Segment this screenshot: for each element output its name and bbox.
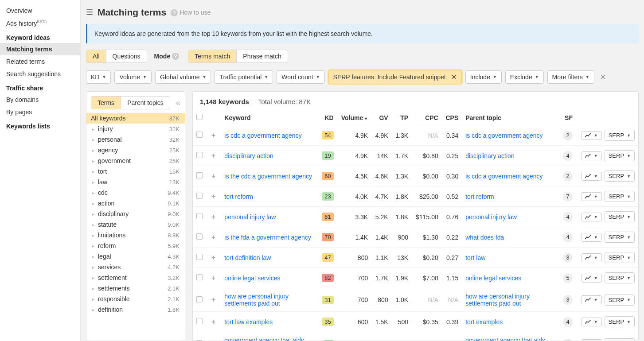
serp-button[interactable]: SERP ▼: [605, 170, 635, 182]
parent-topic-link[interactable]: how are personal injury settlements paid…: [465, 293, 554, 307]
col-tp[interactable]: TP: [392, 110, 412, 125]
sidebar-item-search-suggestions[interactable]: Search suggestions: [0, 68, 80, 80]
trend-button[interactable]: ▼: [581, 131, 602, 140]
sf-badge[interactable]: 4: [563, 232, 573, 242]
help-link[interactable]: ?How to use: [171, 9, 211, 16]
filter-traffic-potential[interactable]: Traffic potential▼: [215, 70, 273, 84]
expand-icon[interactable]: +: [211, 152, 215, 159]
row-checkbox[interactable]: [196, 172, 203, 178]
row-checkbox[interactable]: [196, 132, 203, 138]
parent-topic-link[interactable]: personal injury law: [465, 213, 517, 221]
row-checkbox[interactable]: [196, 193, 203, 199]
keyword-link[interactable]: tort law examples: [224, 318, 273, 326]
term-row[interactable]: ▸law13K: [86, 177, 185, 187]
filter-volume[interactable]: Volume▼: [114, 70, 152, 84]
expand-icon[interactable]: +: [211, 318, 215, 326]
parent-topic-link[interactable]: disciplinary action: [465, 152, 515, 159]
sf-badge[interactable]: 7: [563, 192, 573, 202]
serp-button[interactable]: SERP ▼: [605, 294, 635, 306]
hamburger-icon[interactable]: ☰: [86, 8, 93, 17]
expand-icon[interactable]: +: [211, 132, 215, 139]
clear-filters-icon[interactable]: ✕: [600, 72, 606, 82]
filter-more[interactable]: More filters▼: [547, 70, 594, 84]
col-keyword[interactable]: Keyword: [221, 110, 318, 125]
trend-button[interactable]: ▼: [581, 274, 602, 283]
row-checkbox[interactable]: [196, 340, 203, 341]
keyword-link[interactable]: personal injury law: [224, 213, 276, 221]
filter-word-count[interactable]: Word count▼: [277, 70, 324, 84]
term-row[interactable]: ▸injury32K: [86, 124, 185, 134]
expand-icon[interactable]: +: [211, 172, 215, 180]
parent-topic-link[interactable]: online legal services: [465, 275, 521, 282]
trend-button[interactable]: ▼: [581, 233, 602, 242]
trend-button[interactable]: ▼: [581, 151, 602, 160]
sidebar-item-by-pages[interactable]: By pages: [0, 106, 80, 118]
sidebar-item-matching-terms[interactable]: Matching terms: [0, 43, 80, 55]
sf-badge[interactable]: 3: [563, 295, 573, 305]
keyword-link[interactable]: how are personal injury settlements paid…: [224, 293, 313, 307]
keyword-link[interactable]: is cdc a government agency: [224, 132, 301, 139]
trend-button[interactable]: ▼: [581, 172, 602, 181]
row-checkbox[interactable]: [196, 152, 203, 158]
keyword-link[interactable]: tort reform: [224, 193, 253, 200]
term-row[interactable]: ▸cdc9.4K: [86, 187, 185, 198]
trend-button[interactable]: ▼: [581, 339, 602, 341]
keyword-link[interactable]: tort definition law: [224, 254, 271, 261]
term-row[interactable]: ▸responsible2.1K: [86, 294, 185, 304]
sf-badge[interactable]: 2: [563, 171, 573, 181]
term-row[interactable]: ▸personal32K: [86, 134, 185, 145]
row-checkbox[interactable]: [196, 274, 203, 280]
keyword-link[interactable]: disciplinary action: [224, 152, 273, 159]
parent-topic-link[interactable]: is cdc a government agency: [465, 132, 543, 139]
sidebar-item-overview[interactable]: Overview: [0, 4, 80, 17]
view-all[interactable]: All: [86, 50, 106, 62]
row-checkbox[interactable]: [196, 296, 203, 302]
expand-icon[interactable]: +: [211, 340, 215, 341]
sidebar-item-adshistory[interactable]: Ads historyBETA: [0, 17, 80, 30]
terms-tab-parent-topics[interactable]: Parent topics: [121, 97, 170, 109]
term-row[interactable]: ▸definition1.8K: [86, 304, 185, 315]
sidebar-item-related-terms[interactable]: Related terms: [0, 55, 80, 68]
keyword-link[interactable]: online legal services: [224, 275, 280, 282]
term-row[interactable]: All keywords87K: [86, 113, 185, 124]
col-sf[interactable]: SF: [559, 110, 576, 125]
help-icon[interactable]: ?: [172, 53, 179, 60]
parent-topic-link[interactable]: tort law: [465, 254, 485, 261]
term-row[interactable]: ▸settlements2.1K: [86, 283, 185, 294]
close-icon[interactable]: ✕: [451, 73, 457, 81]
serp-button[interactable]: SERP ▼: [605, 232, 635, 243]
col-volume[interactable]: Volume▼: [337, 110, 372, 125]
expand-icon[interactable]: +: [211, 213, 215, 221]
parent-topic-link[interactable]: tort examples: [465, 318, 503, 326]
term-row[interactable]: ▸disciplinary9.0K: [86, 209, 185, 219]
keyword-link[interactable]: is the fda a government agency: [224, 234, 311, 241]
term-row[interactable]: ▸services4.2K: [86, 262, 185, 272]
serp-button[interactable]: SERP ▼: [605, 130, 635, 141]
filter-exclude[interactable]: Exclude▼: [505, 70, 544, 84]
expand-icon[interactable]: +: [211, 254, 215, 261]
filter-include[interactable]: Include▼: [465, 70, 502, 84]
trend-button[interactable]: ▼: [581, 253, 602, 262]
trend-button[interactable]: ▼: [581, 213, 602, 221]
terms-tab-terms[interactable]: Terms: [91, 97, 121, 109]
view-questions[interactable]: Questions: [106, 50, 147, 62]
term-row[interactable]: ▸government25K: [86, 155, 185, 166]
serp-button[interactable]: SERP ▼: [605, 338, 635, 341]
expand-icon[interactable]: +: [211, 274, 215, 282]
serp-button[interactable]: SERP ▼: [605, 252, 635, 263]
term-row[interactable]: ▸statute9.0K: [86, 219, 185, 230]
row-checkbox[interactable]: [196, 318, 203, 324]
expand-icon[interactable]: +: [211, 233, 215, 241]
col-gv[interactable]: GV: [371, 110, 391, 125]
serp-button[interactable]: SERP ▼: [605, 191, 635, 202]
serp-button[interactable]: SERP ▼: [605, 150, 635, 161]
mode-terms-match[interactable]: Terms match: [188, 50, 237, 62]
col-parent-topic[interactable]: Parent topic: [462, 110, 559, 125]
sf-badge[interactable]: 4: [563, 212, 573, 222]
term-row[interactable]: ▸settlement3.2K: [86, 272, 185, 283]
term-row[interactable]: ▸agency25K: [86, 145, 185, 155]
filter-global-volume[interactable]: Global volume▼: [155, 70, 211, 84]
mode-phrase-match[interactable]: Phrase match: [237, 50, 287, 62]
row-checkbox[interactable]: [196, 254, 203, 260]
term-row[interactable]: ▸tort15K: [86, 166, 185, 177]
